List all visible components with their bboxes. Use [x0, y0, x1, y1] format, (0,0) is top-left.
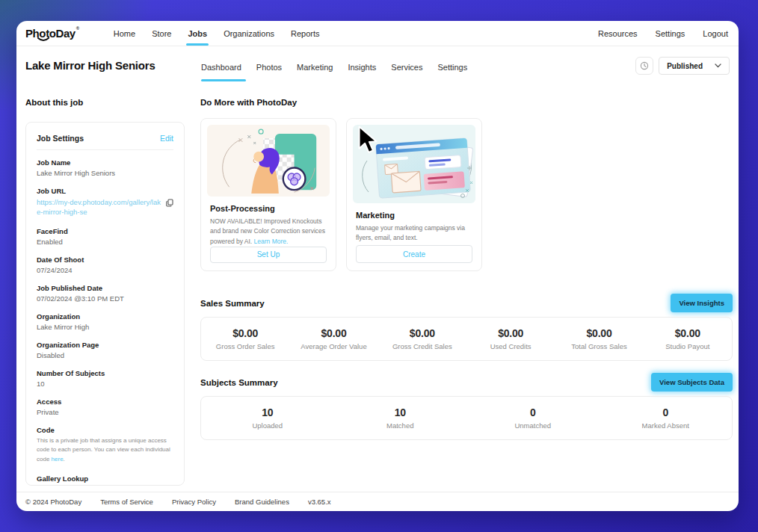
nav-item-store[interactable]: Store [144, 21, 179, 46]
create-button[interactable]: Create [356, 245, 472, 263]
logo-smile-icon [37, 37, 49, 42]
field-organization: Organization Lake Mirror High [37, 312, 173, 331]
stat-value: 0 [600, 406, 733, 418]
stat-label: Studio Payout [644, 342, 732, 350]
field-access: Access Private [37, 398, 173, 416]
subjects-summary-card: 10 Uploaded 10 Matched 0 Unmatched 0 Mar… [200, 396, 733, 440]
brand-guidelines-link[interactable]: Brand Guidelines [235, 498, 289, 506]
tab-dashboard[interactable]: Dashboard [200, 53, 249, 81]
stat-total-gross-sales: $0.00 Total Gross Sales [555, 327, 643, 350]
promo-heading: Do More with PhotoDay [200, 98, 297, 107]
marketing-card: Marketing Manage your marketing campaign… [346, 118, 482, 271]
tab-insights[interactable]: Insights [340, 53, 383, 81]
field-label: Job Name [37, 158, 173, 167]
history-button[interactable] [635, 57, 653, 75]
field-label: Organization [37, 312, 173, 321]
post-processing-title: Post-Processing [210, 204, 327, 213]
stat-gross-order-sales: $0.00 Gross Order Sales [201, 327, 289, 350]
stat-label: Marked Absent [600, 421, 733, 430]
marketing-desc-text: Manage your marketing campaigns via flye… [356, 224, 465, 241]
nav-item-jobs[interactable]: Jobs [179, 21, 215, 46]
nav-item-resources[interactable]: Resources [598, 29, 638, 38]
learn-more-link[interactable]: Learn More. [254, 238, 289, 245]
nav-item-logout[interactable]: Logout [703, 29, 728, 38]
field-gallery-lookup: Gallery Lookup Disabled [37, 474, 173, 486]
tab-services[interactable]: Services [383, 53, 430, 81]
job-tabs: Dashboard Photos Marketing Insights Serv… [200, 53, 475, 81]
stat-label: Matched [334, 421, 467, 430]
nav-item-home[interactable]: Home [105, 21, 144, 46]
field-number-of-subjects: Number Of Subjects 10 [37, 369, 173, 388]
stat-unmatched: 0 Unmatched [466, 406, 600, 430]
field-label: Job URL [37, 187, 173, 195]
stat-label: Gross Credit Sales [378, 342, 466, 350]
edit-job-settings-link[interactable]: Edit [160, 134, 173, 143]
field-label: Organization Page [37, 341, 173, 349]
stat-label: Average Order Value [289, 342, 378, 350]
stat-used-credits: $0.00 Used Credits [466, 327, 555, 350]
view-insights-button[interactable]: View Insights [671, 294, 733, 312]
field-value: 10 [37, 380, 173, 388]
code-here-link[interactable]: here [52, 456, 64, 463]
stat-uploaded: 10 Uploaded [201, 406, 334, 430]
trademark-mark: ® [76, 26, 79, 31]
view-subjects-data-button[interactable]: View Subjects Data [651, 373, 733, 392]
sales-summary-header: Sales Summary View Insights [200, 294, 733, 312]
stat-label: Uploaded [201, 421, 334, 430]
field-facefind: FaceFind Enabled [37, 227, 173, 246]
stat-matched: 10 Matched [334, 406, 467, 430]
copyright-text: © 2024 PhotoDay [25, 498, 81, 506]
privacy-policy-link[interactable]: Privacy Policy [172, 498, 216, 506]
sidebar-heading: About this job [25, 98, 83, 107]
sales-summary-card: $0.00 Gross Order Sales $0.00 Average Or… [200, 317, 733, 361]
stat-value: 10 [334, 406, 467, 418]
post-processing-card: Post-Processing NOW AVAILABLE! Improved … [200, 118, 336, 271]
stat-value: 0 [466, 406, 600, 418]
stat-label: Gross Order Sales [201, 342, 289, 350]
field-label: Access [37, 398, 173, 406]
clock-icon [640, 61, 649, 70]
stat-value: 10 [201, 406, 334, 418]
stat-gross-credit-sales: $0.00 Gross Credit Sales [378, 327, 466, 350]
field-value: Lake Mirror High [37, 323, 173, 331]
copy-icon[interactable] [166, 199, 173, 207]
field-job-url: Job URL https://my-dev.photoday.com/gall… [37, 187, 173, 217]
top-navigation: PhotoDay ® Home Store Jobs Organizations… [16, 21, 739, 46]
field-value: Disabled [37, 485, 173, 486]
publish-status-dropdown[interactable]: Published [659, 57, 730, 75]
footer: © 2024 PhotoDay Terms of Service Privacy… [16, 492, 739, 511]
desktop-background: { "nav": { "logo": "PhotoDay", "items": … [0, 0, 758, 532]
publish-status-label: Published [667, 62, 703, 70]
tab-marketing[interactable]: Marketing [289, 53, 340, 81]
stat-label: Unmatched [466, 421, 600, 430]
field-value: Private [37, 408, 173, 416]
field-value: Enabled [37, 238, 173, 246]
field-label: Job Published Date [37, 284, 173, 292]
job-header-row: Lake Mirror High Seniors Dashboard Photo… [16, 46, 739, 88]
stat-value: $0.00 [644, 327, 732, 339]
nav-item-reports[interactable]: Reports [283, 21, 328, 46]
terms-of-service-link[interactable]: Terms of Service [100, 498, 153, 506]
field-label: FaceFind [37, 227, 173, 235]
set-up-button[interactable]: Set Up [210, 247, 327, 263]
field-value: 07/24/2024 [37, 266, 173, 274]
chevron-down-icon [715, 64, 721, 68]
field-value: 07/02/2024 @3:10 PM EDT [37, 294, 173, 303]
tab-photos[interactable]: Photos [249, 53, 289, 81]
nav-item-organizations[interactable]: Organizations [215, 21, 283, 46]
main-nav-items: Home Store Jobs Organizations Reports [105, 21, 328, 46]
tab-settings[interactable]: Settings [430, 53, 475, 81]
field-date-of-shoot: Date Of Shoot 07/24/2024 [37, 256, 173, 274]
app-window: PhotoDay ® Home Store Jobs Organizations… [16, 21, 739, 511]
field-job-name: Job Name Lake Mirror High Seniors [37, 158, 173, 177]
stat-value: $0.00 [555, 327, 643, 339]
job-url-link[interactable]: https://my-dev.photoday.com/gallery/lake… [37, 197, 163, 217]
field-label: Code [37, 426, 173, 434]
subjects-summary-heading: Subjects Summary [200, 378, 278, 387]
nav-item-settings[interactable]: Settings [656, 29, 685, 38]
marketing-illustration [353, 125, 475, 203]
photoday-logo[interactable]: PhotoDay ® [25, 27, 76, 40]
field-code: Code This is a private job that assigns … [37, 426, 173, 465]
post-processing-description: NOW AVAILABLE! Improved Knockouts and br… [210, 217, 327, 247]
version-text: v3.65.x [308, 498, 331, 506]
